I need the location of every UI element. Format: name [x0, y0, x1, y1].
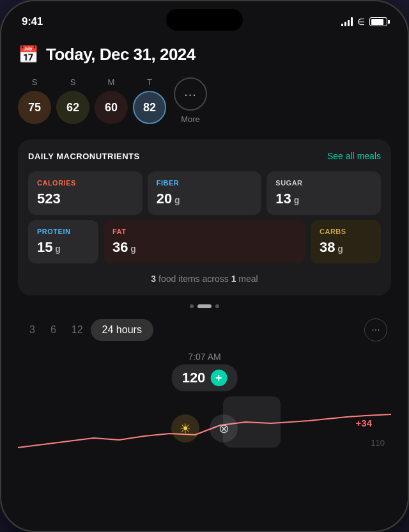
phone-screen: 9:41 ∈ 📅 Today, Dec 31, 2024	[1, 1, 408, 531]
time-range-selector: 3 6 12 24 hours ···	[18, 318, 391, 341]
sun-icon[interactable]: ☀	[171, 414, 199, 442]
dot-2	[197, 304, 212, 308]
fiber-card: FIBER 20 g	[148, 171, 262, 215]
macronutrients-section: DAILY MACRONUTRIENTS See all meals CALOR…	[18, 139, 391, 295]
meal-label: meal	[238, 274, 258, 284]
day-label-t: T	[147, 77, 152, 87]
day-circle-m: 60	[95, 91, 128, 124]
page-title: Today, Dec 31, 2024	[46, 45, 196, 65]
status-time: 9:41	[22, 15, 43, 28]
chart-more-button[interactable]: ···	[364, 318, 387, 341]
day-selector: S 75 S 62 M 60	[18, 77, 391, 124]
pagination-dots	[18, 295, 391, 318]
day-item-m[interactable]: M 60	[95, 77, 128, 124]
day-label-m: M	[108, 77, 115, 87]
fat-value: 36 g	[112, 239, 297, 256]
calendar-icon: 📅	[18, 45, 38, 65]
phone-frame: 9:41 ∈ 📅 Today, Dec 31, 2024	[0, 0, 409, 532]
day-label-s1: S	[32, 77, 38, 87]
macro-header: DAILY MACRONUTRIENTS See all meals	[28, 151, 381, 161]
day-item-s2[interactable]: S 62	[56, 77, 89, 124]
day-item-t[interactable]: T 82	[133, 77, 166, 124]
food-summary: 3 food items across 1 meal	[28, 271, 381, 285]
fiber-label: FIBER	[157, 179, 253, 187]
food-count: 3	[151, 274, 156, 284]
calories-label: CALORIES	[37, 179, 134, 187]
carbs-label: CARBS	[320, 228, 372, 235]
date-header: 📅 Today, Dec 31, 2024	[18, 40, 391, 65]
macro-grid-row1: CALORIES 523 FIBER 20 g SUGAR	[28, 171, 381, 215]
fat-card: FAT 36 g	[104, 220, 305, 263]
signal-icon	[341, 17, 353, 26]
main-content: 📅 Today, Dec 31, 2024 S 75 S 62	[1, 33, 408, 454]
calories-value: 523	[37, 191, 134, 207]
glucose-plus-icon[interactable]: +	[210, 370, 227, 386]
time-option-6[interactable]: 6	[43, 319, 64, 341]
food-icon[interactable]: ⊗	[210, 414, 238, 442]
more-circle: ···	[174, 77, 207, 111]
time-option-12[interactable]: 12	[64, 319, 91, 341]
sugar-value: 13 g	[275, 191, 372, 207]
chart-scale-number: 110	[371, 438, 385, 448]
wifi-icon: ∈	[357, 17, 365, 27]
dot-3	[215, 304, 219, 308]
food-unit: food items across	[158, 274, 231, 284]
bottom-action-icons: ☀ ⊗	[171, 414, 238, 442]
dynamic-island	[166, 9, 243, 31]
macro-section-title: DAILY MACRONUTRIENTS	[28, 152, 140, 161]
day-label-s2: S	[70, 77, 76, 87]
day-item-s1[interactable]: S 75	[18, 77, 51, 124]
macro-grid-row2: PROTEIN 15 g FAT 36 g CARBS	[28, 220, 381, 263]
glucose-bubble: 120 +	[172, 364, 238, 391]
fiber-value: 20 g	[157, 191, 253, 207]
see-all-meals-button[interactable]: See all meals	[327, 151, 381, 161]
sugar-card: SUGAR 13 g	[266, 171, 381, 215]
glucose-value-display: 120 +	[172, 364, 238, 391]
day-circle-t: 82	[133, 91, 166, 124]
time-option-3[interactable]: 3	[22, 319, 43, 341]
battery-icon	[369, 17, 387, 26]
calories-card: CALORIES 523	[28, 171, 143, 215]
sugar-label: SUGAR	[275, 179, 372, 187]
protein-label: PROTEIN	[37, 228, 89, 235]
dot-1	[190, 304, 194, 308]
protein-card: PROTEIN 15 g	[28, 220, 98, 263]
more-button[interactable]: ··· More	[174, 77, 207, 124]
chart-time-label: 7:07 AM	[18, 352, 391, 362]
day-circle-s1: 75	[18, 91, 51, 124]
protein-value: 15 g	[37, 239, 89, 256]
time-option-24h[interactable]: 24 hours	[91, 319, 153, 341]
fat-label: FAT	[112, 228, 297, 235]
glucose-chart: 7:07 AM 120 + +34 110	[18, 352, 391, 454]
carbs-card: CARBS 38 g	[311, 220, 381, 263]
meal-count: 1	[231, 274, 236, 284]
more-label: More	[181, 114, 200, 124]
day-circle-s2: 62	[56, 91, 89, 124]
carbs-value: 38 g	[320, 239, 372, 256]
status-icons: ∈	[341, 17, 387, 27]
